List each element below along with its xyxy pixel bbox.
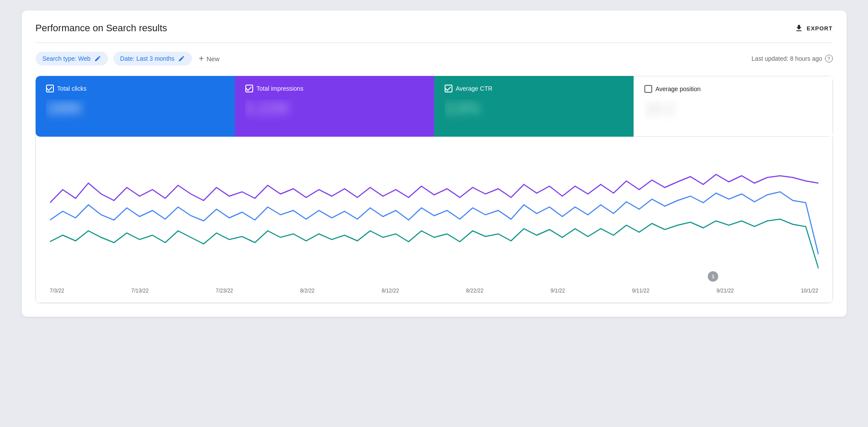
- header-row: Performance on Search results EXPORT: [36, 23, 833, 34]
- x-label-9: 10/1/22: [801, 288, 818, 294]
- last-updated-label: Last updated: 8 hours ago ?: [752, 55, 833, 62]
- metric-value-impressions: 5.22M: [245, 99, 424, 125]
- ctr-line: [50, 219, 818, 269]
- plus-icon: +: [199, 54, 204, 63]
- x-label-5: 8/22/22: [466, 288, 483, 294]
- export-button[interactable]: EXPORT: [795, 24, 833, 33]
- filter-row: Search type: Web Date: Last 3 months + N…: [36, 52, 833, 66]
- header-divider: [36, 43, 833, 43]
- blurred-value-position: 18.2: [644, 100, 822, 118]
- x-label-4: 8/12/22: [382, 288, 399, 294]
- metric-label-impressions: Total impressions: [245, 85, 424, 92]
- x-label-8: 9/21/22: [716, 288, 734, 294]
- metric-value-position: 18.2: [644, 100, 822, 126]
- x-label-3: 8/2/22: [300, 288, 314, 294]
- performance-chart[interactable]: [50, 151, 818, 281]
- page-title: Performance on Search results: [36, 23, 167, 34]
- checkbox-clicks[interactable]: [46, 85, 54, 92]
- performance-card: Performance on Search results EXPORT Sea…: [22, 10, 847, 317]
- x-label-7: 9/11/22: [632, 288, 650, 294]
- x-label-6: 9/1/22: [551, 288, 565, 294]
- help-icon[interactable]: ?: [825, 55, 833, 62]
- metrics-chart-wrapper: Total clicks 188K Total impressions 5.22…: [36, 76, 833, 303]
- metric-average-ctr[interactable]: Average CTR 3.6%: [434, 76, 634, 137]
- metric-total-clicks[interactable]: Total clicks 188K: [36, 76, 235, 137]
- metric-label-ctr: Average CTR: [445, 85, 623, 92]
- chart-svg-wrapper: [50, 151, 818, 282]
- metric-value-clicks: 188K: [46, 99, 224, 125]
- metric-total-impressions[interactable]: Total impressions 5.22M: [235, 76, 434, 137]
- metric-average-position[interactable]: Average position 18.2: [634, 76, 833, 137]
- export-icon: [795, 24, 803, 33]
- metric-label-clicks: Total clicks: [46, 85, 224, 92]
- blurred-value-impressions: 5.22M: [245, 99, 424, 118]
- blurred-value-clicks: 188K: [46, 99, 224, 118]
- metric-label-position: Average position: [644, 85, 822, 93]
- x-label-0: 7/3/22: [50, 288, 64, 294]
- clicks-line: [50, 192, 818, 255]
- metrics-row: Total clicks 188K Total impressions 5.22…: [36, 76, 833, 137]
- edit-date-icon: [178, 55, 185, 62]
- x-axis-labels: 7/3/22 7/13/22 7/23/22 8/2/22 8/12/22 8/…: [50, 282, 818, 294]
- impressions-line: [50, 174, 818, 203]
- blurred-value-ctr: 3.6%: [445, 99, 623, 118]
- edit-icon: [94, 55, 101, 62]
- checkbox-position[interactable]: [644, 85, 652, 93]
- checkbox-impressions[interactable]: [245, 85, 253, 92]
- x-label-2: 7/23/22: [216, 288, 233, 294]
- date-filter[interactable]: Date: Last 3 months: [113, 52, 192, 66]
- new-filter-button[interactable]: + New: [199, 54, 220, 63]
- chart-container: 7/3/22 7/13/22 7/23/22 8/2/22 8/12/22 8/…: [36, 137, 833, 303]
- search-type-filter[interactable]: Search type: Web: [36, 52, 108, 66]
- checkbox-ctr[interactable]: [445, 85, 452, 92]
- x-label-1: 7/13/22: [131, 288, 149, 294]
- metric-value-ctr: 3.6%: [445, 99, 623, 125]
